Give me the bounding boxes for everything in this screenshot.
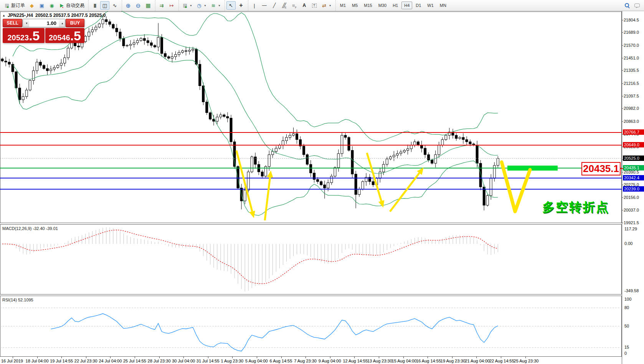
turning-point-annotation: 多空转折点 — [542, 199, 609, 216]
time-tick — [86, 357, 86, 358]
time-label: 6 Aug 14:55 — [270, 359, 292, 363]
auto-trading-button[interactable]: 自动交易 — [57, 1, 86, 10]
price-axis[interactable]: 21804.521689.021570.021451.021335.521216… — [622, 11, 644, 364]
timeframe-m1-button[interactable]: M1 — [337, 2, 348, 9]
zoom-in-button[interactable] — [124, 1, 133, 10]
sell-price-display[interactable]: 20523.5 — [3, 28, 45, 43]
price-badge-20435.1: 20435.1 — [623, 165, 644, 170]
cursor-button[interactable] — [226, 1, 236, 10]
time-label: 7 Aug 23:30 — [294, 359, 317, 363]
volume-input[interactable] — [29, 19, 59, 27]
time-label: 16 Aug 14:55 — [416, 359, 441, 363]
timeframe-w1-button[interactable]: W1 — [424, 2, 436, 9]
crosshair-button[interactable] — [236, 1, 246, 10]
arrow-tools-dropdown-caret[interactable]: ▼ — [329, 4, 332, 7]
price-tick-label: 20982.0 — [624, 106, 639, 111]
buy-button[interactable]: BUY — [66, 19, 84, 27]
timeframe-h1-button[interactable]: H1 — [390, 2, 401, 9]
new-chart-button[interactable]: ▼ — [180, 1, 194, 10]
timeframe-mn-button[interactable]: MN — [437, 2, 449, 9]
time-label: 19 Aug 23:30 — [441, 359, 466, 363]
vertical-line-button[interactable] — [250, 1, 259, 10]
chat-icon[interactable] — [634, 2, 640, 8]
price-badge-20649.0: 20649.0 — [623, 142, 644, 147]
timeframe-m5-button[interactable]: M5 — [349, 2, 360, 9]
line-chart-button[interactable] — [110, 1, 119, 10]
time-label: 30 Jul 04:00 — [172, 359, 195, 363]
macd-axis-label: 117.29 — [624, 227, 637, 231]
text-icon — [301, 2, 307, 8]
time-tick — [281, 357, 282, 358]
bar-chart-button[interactable] — [90, 1, 99, 10]
highlight-zone — [507, 165, 558, 170]
time-tick — [257, 357, 257, 358]
zoom-out-button[interactable] — [134, 1, 143, 10]
bar-chart-icon — [92, 2, 98, 8]
rsi-axis-label: 0 — [624, 351, 627, 356]
rsi-pane[interactable] — [0, 296, 622, 357]
new-order-button[interactable]: 新订单 — [2, 1, 26, 10]
chart-window[interactable]: ▲ JPN225-,H4 20502.5 20537.5 20477.5 205… — [0, 11, 644, 364]
time-axis[interactable]: 16 Jul 201918 Jul 04:0019 Jul 14:5522 Ju… — [0, 357, 622, 364]
symbol-period-label: JPN225-,H4 — [8, 13, 33, 18]
periods-clock-dropdown-caret[interactable]: ▼ — [204, 4, 206, 7]
time-tick — [135, 357, 135, 358]
new-chart-icon — [182, 2, 188, 8]
equidistant-channel-icon — [281, 2, 287, 8]
vertical-line-icon — [251, 2, 258, 8]
indicators-button[interactable]: ▼ — [209, 1, 222, 10]
fibonacci-retracement-button[interactable] — [290, 1, 299, 10]
time-tick — [501, 357, 501, 358]
market-window-button[interactable] — [37, 1, 46, 10]
trend-line-button[interactable] — [270, 1, 279, 10]
timeframe-m30-button[interactable]: M30 — [376, 2, 389, 9]
price-badge-20525.0: 20525.0 — [623, 156, 644, 161]
collapse-icon[interactable]: ▲ — [2, 14, 5, 17]
time-label: 24 Jul 04:00 — [99, 359, 122, 363]
time-label: 25 Jul 14:55 — [123, 359, 146, 363]
crosshair-icon — [238, 2, 244, 8]
arrow-tools-button[interactable]: ▼ — [320, 1, 333, 10]
time-tick — [208, 357, 208, 358]
buy-price-display[interactable]: 20546.5 — [45, 28, 84, 43]
horizontal-line-button[interactable] — [260, 1, 269, 10]
tile-windows-button[interactable] — [144, 1, 153, 10]
volume-increase-button[interactable]: ▲ — [59, 19, 65, 27]
text-label-button[interactable] — [310, 1, 319, 10]
price-badge-20239.0: 20239.0 — [623, 186, 644, 192]
text-button[interactable] — [300, 1, 309, 10]
sell-button[interactable]: SELL — [3, 19, 22, 27]
chart-shift-button[interactable] — [167, 1, 176, 10]
time-label: 16 Jul 2019 — [1, 359, 23, 363]
volume-decrease-button[interactable]: ▼ — [23, 19, 29, 27]
price-tick-label: 21804.5 — [624, 18, 639, 22]
search-icon[interactable] — [624, 2, 630, 8]
data-radar-button[interactable] — [47, 1, 56, 10]
timeframe-d1-button[interactable]: D1 — [413, 2, 424, 9]
macd-signal-line — [2, 230, 498, 284]
candlestick-chart-button[interactable] — [100, 1, 109, 10]
timeframe-m15-button[interactable]: M15 — [361, 2, 375, 9]
timeframe-h4-button[interactable]: H4 — [401, 2, 412, 9]
new-chart-dropdown-caret[interactable]: ▼ — [190, 4, 192, 7]
candlestick-chart-icon — [102, 2, 108, 8]
time-tick — [232, 357, 233, 358]
time-label: 22 Aug 14:55 — [489, 359, 514, 363]
price-tick-label: 20037.0 — [624, 208, 639, 212]
chart-cube-button[interactable] — [27, 1, 36, 10]
rsi-line — [51, 314, 498, 351]
trend-line-icon — [271, 2, 277, 8]
equidistant-channel-button[interactable] — [280, 1, 289, 10]
rsi-value: 52.1095 — [18, 298, 33, 302]
time-tick — [476, 357, 477, 358]
main-chart-pane[interactable] — [0, 12, 622, 223]
zoom-out-icon — [135, 2, 141, 8]
indicators-dropdown-caret[interactable]: ▼ — [218, 4, 221, 7]
indicators-icon — [210, 2, 216, 8]
chart-shift-icon — [168, 2, 175, 8]
macd-pane[interactable] — [0, 224, 622, 295]
auto-scroll-button[interactable] — [157, 1, 166, 10]
periods-clock-button[interactable]: ▼ — [195, 1, 208, 10]
macd-axis-label: -349.58 — [624, 288, 639, 293]
rsi-axis-label: 80 — [624, 305, 629, 310]
